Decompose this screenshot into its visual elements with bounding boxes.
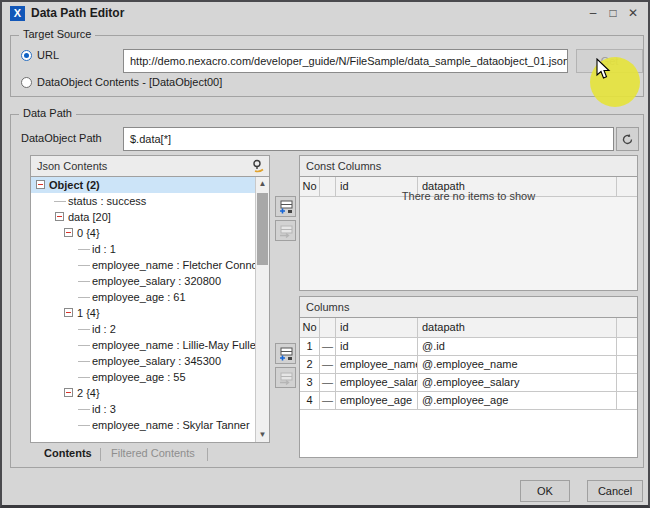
- tree-item-label: employee_salary : 320800: [92, 273, 221, 289]
- add-rows-icon: [279, 347, 293, 361]
- tree-connector-line: [78, 361, 90, 362]
- collapse-minus-icon[interactable]: [36, 180, 45, 189]
- cancel-button[interactable]: Cancel: [587, 480, 643, 502]
- replace-column-button[interactable]: [275, 367, 296, 388]
- column-header: No: [300, 318, 320, 337]
- const-columns-panel: Const Columns Noiddatapath There are no …: [299, 155, 638, 291]
- tree-item[interactable]: 1 {4}: [31, 305, 255, 321]
- tree-item[interactable]: 2 {4}: [31, 385, 255, 401]
- column-datapath-cell[interactable]: @.employee_name: [418, 356, 617, 373]
- scroll-up-icon[interactable]: ▲: [256, 177, 269, 191]
- row-number-cell: 2: [300, 356, 320, 373]
- row-handle-icon[interactable]: —: [320, 392, 336, 409]
- tree-item[interactable]: Object (2): [31, 177, 255, 193]
- tree-item-label: 1 {4}: [77, 305, 100, 321]
- tree-item-label: employee_age : 61: [92, 289, 186, 305]
- tree-item-label: id : 3: [92, 401, 116, 417]
- tree-connector-line: [78, 265, 90, 266]
- refresh-button[interactable]: [616, 127, 639, 151]
- dataobject-path-input[interactable]: $.data[*]: [123, 127, 614, 151]
- json-contents-panel: Json Contents Object (2)status : success…: [30, 155, 270, 443]
- column-id-cell[interactable]: employee_name: [336, 356, 418, 373]
- column-header: datapath: [418, 318, 617, 337]
- replace-const-column-button[interactable]: [275, 220, 296, 241]
- tree-item[interactable]: employee_age : 61: [31, 289, 255, 305]
- url-input[interactable]: http://demo.nexacro.com/developer_guide/…: [123, 49, 568, 73]
- tree-item[interactable]: employee_age : 55: [31, 369, 255, 385]
- tab-contents[interactable]: Contents: [44, 447, 92, 459]
- tree-item[interactable]: 0 {4}: [31, 225, 255, 241]
- tree-item-label: employee_age : 55: [92, 369, 186, 385]
- column-datapath-cell[interactable]: @.employee_salary: [418, 374, 617, 391]
- tree-item[interactable]: status : success: [31, 193, 255, 209]
- table-row[interactable]: 2—employee_name@.employee_name: [300, 356, 637, 374]
- row-trailing-cell: [617, 338, 637, 355]
- collapse-minus-icon[interactable]: [64, 308, 73, 317]
- row-trailing-cell: [617, 392, 637, 409]
- table-row[interactable]: 3—employee_salary@.employee_salary: [300, 374, 637, 392]
- replace-rows-icon-disabled: [279, 224, 293, 238]
- collapse-minus-icon[interactable]: [55, 212, 64, 221]
- row-handle-icon[interactable]: —: [320, 374, 336, 391]
- table-row[interactable]: 4—employee_age@.employee_age: [300, 392, 637, 410]
- dataobject-contents-radio[interactable]: [21, 77, 32, 88]
- window-title: Data Path Editor: [31, 6, 124, 20]
- tree-item-label: Object (2): [49, 177, 100, 193]
- url-radio-label: URL: [37, 49, 59, 61]
- column-header: [320, 318, 336, 337]
- json-tree[interactable]: Object (2)status : successdata [20]0 {4}…: [31, 177, 255, 442]
- datapath-key-icon[interactable]: [251, 159, 265, 173]
- tree-connector-line: [78, 345, 90, 346]
- title-bar[interactable]: X Data Path Editor – □ ✕: [2, 2, 648, 26]
- table-row[interactable]: 1—id@.id: [300, 338, 637, 356]
- data-path-editor-dialog: X Data Path Editor – □ ✕ Target Source U…: [0, 0, 650, 508]
- tab-separator: [100, 448, 101, 461]
- scroll-down-icon[interactable]: ▼: [256, 428, 269, 442]
- tree-connector-line: [78, 281, 90, 282]
- column-id-cell[interactable]: id: [336, 338, 418, 355]
- tree-scrollbar[interactable]: ▲ ▼: [255, 177, 269, 442]
- add-const-column-button[interactable]: [275, 196, 296, 217]
- row-handle-icon[interactable]: —: [320, 338, 336, 355]
- tree-item[interactable]: employee_name : Fletcher Connolly: [31, 257, 255, 273]
- row-trailing-cell: [617, 356, 637, 373]
- tree-item-label: employee_name : Skylar Tanner: [92, 417, 250, 433]
- scrollbar-thumb[interactable]: [257, 193, 268, 265]
- tree-item[interactable]: id : 3: [31, 401, 255, 417]
- tree-connector-line: [78, 377, 90, 378]
- const-columns-header: Const Columns: [300, 156, 637, 177]
- get-button[interactable]: Get: [576, 49, 643, 73]
- tree-item[interactable]: id : 2: [31, 321, 255, 337]
- columns-table[interactable]: Noiddatapath1—id@.id2—employee_name@.emp…: [300, 318, 637, 410]
- tree-item[interactable]: data [20]: [31, 209, 255, 225]
- tree-item[interactable]: employee_name : Lillie-May Fuller: [31, 337, 255, 353]
- ok-button[interactable]: OK: [520, 480, 570, 502]
- row-number-cell: 4: [300, 392, 320, 409]
- tree-item[interactable]: employee_salary : 345300: [31, 353, 255, 369]
- contents-tab-bar: Contents Filtered Contents: [30, 447, 270, 465]
- tree-connector-line: [78, 409, 90, 410]
- table-header-row: Noiddatapath: [300, 318, 637, 338]
- column-datapath-cell[interactable]: @.employee_age: [418, 392, 617, 409]
- column-datapath-cell[interactable]: @.id: [418, 338, 617, 355]
- add-column-button[interactable]: [275, 343, 296, 364]
- close-button[interactable]: ✕: [624, 4, 642, 22]
- tree-item[interactable]: employee_name : Skylar Tanner: [31, 417, 255, 433]
- maximize-button[interactable]: □: [604, 4, 622, 22]
- column-id-cell[interactable]: employee_age: [336, 392, 418, 409]
- url-radio[interactable]: [21, 50, 32, 61]
- minimize-button[interactable]: –: [584, 4, 602, 22]
- collapse-minus-icon[interactable]: [64, 228, 73, 237]
- tree-connector-line: [78, 297, 90, 298]
- tree-item[interactable]: employee_salary : 320800: [31, 273, 255, 289]
- json-contents-header: Json Contents: [31, 156, 269, 177]
- url-radio-row[interactable]: URL: [21, 49, 121, 63]
- column-id-cell[interactable]: employee_salary: [336, 374, 418, 391]
- tree-item-label: id : 1: [92, 241, 116, 257]
- tree-item[interactable]: id : 1: [31, 241, 255, 257]
- tab-separator: [207, 448, 208, 461]
- row-handle-icon[interactable]: —: [320, 356, 336, 373]
- dataobject-radio-row[interactable]: DataObject Contents - [DataObject00]: [21, 76, 321, 90]
- tab-filtered-contents[interactable]: Filtered Contents: [111, 447, 195, 459]
- collapse-minus-icon[interactable]: [64, 388, 73, 397]
